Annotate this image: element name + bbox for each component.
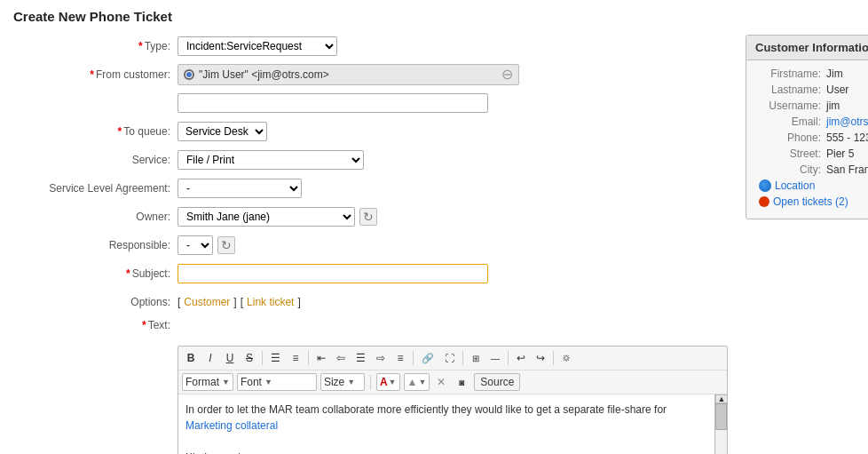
font-label: Font (241, 376, 262, 388)
font-select[interactable]: Font ▼ (237, 373, 317, 391)
unordered-list-button[interactable]: ≡ (287, 349, 304, 367)
link-button[interactable]: 🔗 (417, 349, 438, 367)
align-left-button[interactable]: ⇦ (332, 349, 350, 367)
sep1 (262, 351, 263, 365)
source-button[interactable]: Source (474, 373, 520, 391)
location-link[interactable]: Location (775, 179, 815, 192)
customer-email-text: "Jim User" <jim@otrs.com> (199, 68, 497, 81)
sla-label: Service Level Agreement: (13, 182, 178, 195)
sep7 (370, 375, 371, 389)
sep2 (308, 351, 309, 365)
size-select[interactable]: Size ▼ (320, 373, 365, 391)
table-button[interactable]: ⊞ (467, 349, 485, 367)
text-editor: B I U S ☰ ≡ ⇤ ⇦ ☰ ⇨ ≡ 🔗 ⛶ ⊞ — ↩ (178, 346, 728, 454)
text-row: *Text: (13, 319, 728, 342)
font-chevron-icon: ▼ (264, 378, 272, 386)
bold-button[interactable]: B (182, 349, 200, 367)
responsible-select[interactable]: - (178, 235, 213, 255)
format-clear-button[interactable]: ◙ (453, 373, 470, 391)
firstname-row: Firstname: Jim (755, 68, 868, 80)
firstname-value: Jim (826, 68, 868, 80)
to-queue-select[interactable]: Service Desk (178, 122, 267, 141)
text-label: *Text: (13, 319, 178, 331)
eraser-button[interactable]: ✕ (433, 374, 449, 390)
align-right-button[interactable]: ⇨ (372, 349, 390, 367)
scrollbar-thumb[interactable] (715, 403, 727, 430)
city-label: City: (755, 163, 826, 176)
from-customer-label: *From customer: (13, 68, 178, 81)
type-required: * (138, 40, 143, 52)
city-value: San Francisco (826, 163, 868, 176)
queue-wrapper: Service Desk (178, 122, 267, 141)
scrollbar-up-button[interactable]: ▲ (715, 394, 728, 403)
size-label: Size (324, 376, 344, 388)
editor-scrollbar[interactable]: ▲ ▼ (714, 394, 727, 454)
image-button[interactable]: ⛶ (440, 349, 459, 367)
customer-row: "Jim User" <jim@otrs.com> ⊖ (178, 64, 519, 85)
service-select[interactable]: File / Print (178, 150, 364, 170)
city-row: City: San Francisco (755, 163, 868, 176)
size-chevron-icon: ▼ (347, 378, 355, 386)
phone-value: 555 - 123 456 (826, 131, 868, 144)
responsible-label: Responsible: (13, 239, 178, 251)
customer-panel-header: Customer Information (746, 36, 868, 60)
username-value: jim (826, 100, 868, 112)
sep3 (413, 351, 414, 365)
link-ticket-link[interactable]: Link ticket (247, 296, 294, 308)
email-row: Email: jim@otrs.com (755, 115, 868, 128)
owner-refresh-button[interactable]: ↻ (359, 208, 377, 226)
justify-button[interactable]: ≡ (391, 349, 409, 367)
username-label: Username: (755, 100, 826, 112)
service-row: Service: File / Print (13, 148, 728, 171)
radio-dot (184, 69, 194, 80)
editor-body[interactable]: In order to let the MAR team collaborate… (178, 394, 727, 454)
italic-button[interactable]: I (201, 349, 219, 367)
format-chevron-icon: ▼ (222, 378, 230, 386)
hr-button[interactable]: — (486, 349, 504, 367)
editor-text-line1: In order to let the MAR team collaborate… (185, 403, 667, 416)
from-customer-row: *From customer: "Jim User" <jim@otrs.com… (13, 63, 728, 86)
redo-button[interactable]: ↪ (532, 349, 549, 367)
email-label: Email: (755, 115, 826, 128)
special-button[interactable]: ⛭ (557, 349, 576, 367)
ticket-form: *Type: Incident:ServiceRequest *From cus… (13, 35, 728, 454)
from-customer-input[interactable] (178, 93, 488, 113)
format-select[interactable]: Format ▼ (182, 373, 233, 391)
scrollbar-track[interactable] (715, 403, 727, 454)
subject-input[interactable]: Request for new file share Marketing Col… (178, 264, 488, 283)
owner-wrapper: Smith Jane (jane) ↻ (178, 207, 377, 227)
lastname-value: User (826, 84, 868, 96)
underline-button[interactable]: U (221, 349, 239, 367)
subject-row: *Subject: Request for new file share Mar… (13, 262, 728, 285)
from-customer-required: * (90, 68, 94, 81)
type-select[interactable]: Incident:ServiceRequest (178, 36, 337, 56)
indent-decrease-button[interactable]: ⇤ (312, 349, 330, 367)
customer-radio-input[interactable]: "Jim User" <jim@otrs.com> ⊖ (178, 64, 519, 85)
phone-label: Phone: (755, 131, 826, 144)
lastname-label: Lastname: (755, 84, 826, 96)
owner-select[interactable]: Smith Jane (jane) (178, 207, 355, 227)
align-center-button[interactable]: ☰ (351, 349, 370, 367)
phone-row: Phone: 555 - 123 456 (755, 131, 868, 144)
strikethrough-button[interactable]: S (241, 349, 258, 367)
to-queue-label: *To queue: (13, 125, 178, 138)
username-row: Username: jim (755, 100, 868, 112)
toolbar-row1: B I U S ☰ ≡ ⇤ ⇦ ☰ ⇨ ≡ 🔗 ⛶ ⊞ — ↩ (178, 346, 727, 370)
sla-select[interactable]: - (178, 179, 302, 198)
undo-button[interactable]: ↩ (512, 349, 530, 367)
editor-link[interactable]: Marketing collateral (185, 419, 278, 432)
highlight-button[interactable]: ▲ ▼ (404, 373, 430, 391)
ordered-list-button[interactable]: ☰ (266, 349, 285, 367)
responsible-refresh-button[interactable]: ↻ (217, 236, 235, 254)
font-color-a-icon: A (380, 376, 388, 388)
font-color-button[interactable]: A ▼ (376, 373, 400, 391)
customer-link[interactable]: Customer (184, 296, 230, 308)
service-label: Service: (13, 154, 178, 166)
options-links: [ Customer ] [ Link ticket ] (178, 296, 301, 308)
sep5 (508, 351, 509, 365)
street-value: Pier 5 (826, 147, 868, 160)
remove-customer-button[interactable]: ⊖ (501, 68, 513, 82)
open-tickets-link[interactable]: Open tickets (2) (773, 195, 848, 208)
from-customer-input-row (13, 92, 728, 115)
location-row: Location (755, 179, 868, 192)
